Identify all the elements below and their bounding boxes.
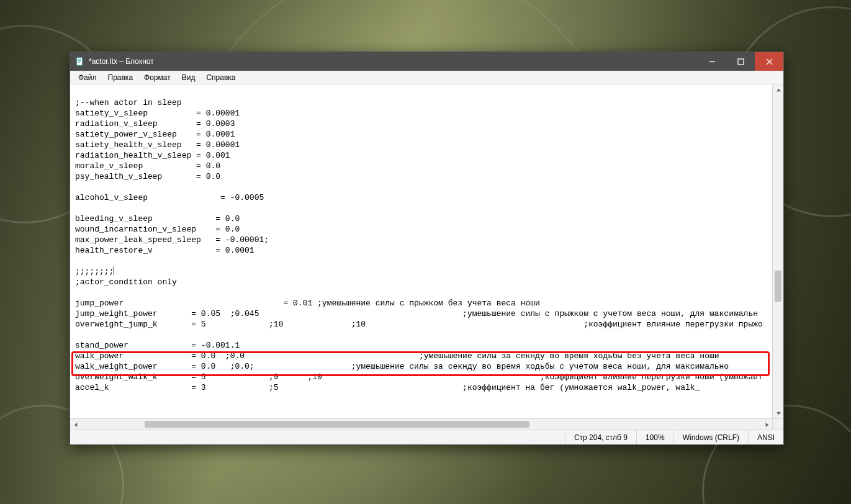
maximize-button[interactable] <box>726 52 755 71</box>
status-zoom: 100% <box>636 430 673 444</box>
window-title: *actor.ltx – Блокнот <box>89 57 698 66</box>
scroll-right-arrow[interactable] <box>761 419 772 430</box>
scroll-down-arrow[interactable] <box>773 407 783 418</box>
status-encoding: ANSI <box>748 430 783 444</box>
scroll-left-arrow[interactable] <box>70 419 81 430</box>
text-editor[interactable]: ;--when actor in sleep satiety_v_sleep =… <box>70 84 772 418</box>
notepad-icon <box>75 56 85 66</box>
horizontal-scrollbar[interactable] <box>70 418 772 430</box>
menu-format[interactable]: Формат <box>138 72 176 83</box>
minimize-button[interactable] <box>698 52 726 71</box>
editor-area: ;--when actor in sleep satiety_v_sleep =… <box>70 84 783 430</box>
statusbar: Стр 204, стлб 9 100% Windows (CRLF) ANSI <box>70 430 783 444</box>
scrollbar-corner <box>772 418 783 430</box>
menu-file[interactable]: Файл <box>73 72 102 83</box>
scroll-up-arrow[interactable] <box>773 84 783 96</box>
vertical-scroll-thumb[interactable] <box>775 271 781 302</box>
menu-help[interactable]: Справка <box>200 72 241 83</box>
status-position: Стр 204, стлб 9 <box>565 430 636 444</box>
svg-rect-1 <box>738 59 744 65</box>
menubar: Файл Правка Формат Вид Справка <box>70 71 783 84</box>
menu-edit[interactable]: Правка <box>102 72 139 83</box>
horizontal-scroll-thumb[interactable] <box>145 421 529 428</box>
close-button[interactable] <box>755 52 783 71</box>
notepad-window: *actor.ltx – Блокнот Файл Правка Формат … <box>70 52 784 445</box>
window-buttons <box>698 52 783 71</box>
status-eol: Windows (CRLF) <box>673 430 748 444</box>
vertical-scrollbar[interactable] <box>772 84 783 418</box>
menu-view[interactable]: Вид <box>176 72 201 83</box>
titlebar[interactable]: *actor.ltx – Блокнот <box>70 52 783 71</box>
